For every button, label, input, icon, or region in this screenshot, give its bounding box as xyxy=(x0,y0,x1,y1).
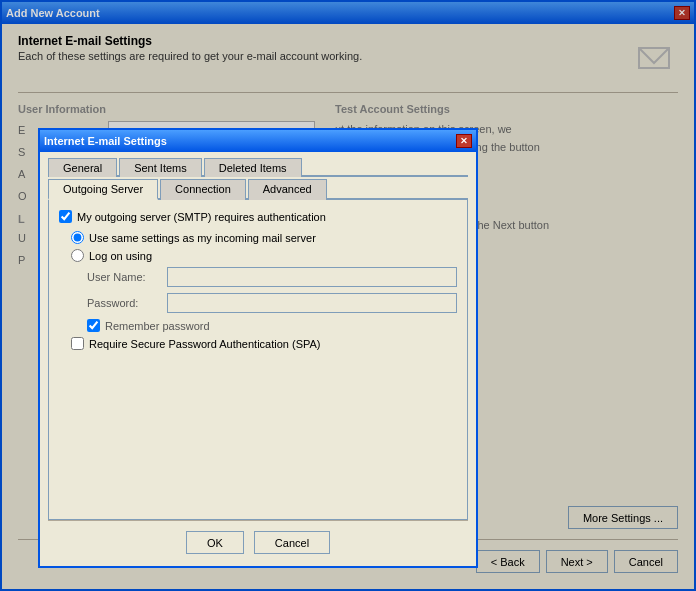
spa-checkbox[interactable] xyxy=(71,337,84,350)
smtp-auth-row: My outgoing server (SMTP) requires authe… xyxy=(59,210,457,223)
modal-title: Internet E-mail Settings xyxy=(44,135,454,147)
modal-titlebar: Internet E-mail Settings ✕ xyxy=(40,130,476,152)
remember-password-label: Remember password xyxy=(105,320,210,332)
modal-ok-button[interactable]: OK xyxy=(186,531,244,554)
password-field-group: Password: xyxy=(87,293,457,313)
spa-label: Require Secure Password Authentication (… xyxy=(89,338,321,350)
modal-content: General Sent Items Deleted Items Outgoin… xyxy=(40,152,476,566)
username-input[interactable] xyxy=(167,267,457,287)
password-input[interactable] xyxy=(167,293,457,313)
tabs-row-2: Outgoing Server Connection Advanced xyxy=(48,179,468,200)
log-on-row: Log on using xyxy=(71,249,457,262)
spa-row: Require Secure Password Authentication (… xyxy=(71,337,457,350)
tab-content: My outgoing server (SMTP) requires authe… xyxy=(48,200,468,520)
tab-deleted-items[interactable]: Deleted Items xyxy=(204,158,302,177)
same-settings-radio[interactable] xyxy=(71,231,84,244)
modal-window: Internet E-mail Settings ✕ General Sent … xyxy=(38,128,478,568)
modal-close-button[interactable]: ✕ xyxy=(456,134,472,148)
username-label: User Name: xyxy=(87,271,167,283)
tab-sent-items[interactable]: Sent Items xyxy=(119,158,202,177)
remember-password-checkbox[interactable] xyxy=(87,319,100,332)
username-field-group: User Name: xyxy=(87,267,457,287)
tab-general[interactable]: General xyxy=(48,158,117,177)
tab-outgoing-server[interactable]: Outgoing Server xyxy=(48,179,158,200)
same-settings-row: Use same settings as my incoming mail se… xyxy=(71,231,457,244)
password-label: Password: xyxy=(87,297,167,309)
log-on-radio[interactable] xyxy=(71,249,84,262)
smtp-auth-label: My outgoing server (SMTP) requires authe… xyxy=(77,211,326,223)
remember-password-row: Remember password xyxy=(87,319,457,332)
same-settings-label: Use same settings as my incoming mail se… xyxy=(89,232,316,244)
tab-advanced[interactable]: Advanced xyxy=(248,179,327,200)
log-on-label: Log on using xyxy=(89,250,152,262)
tab-connection[interactable]: Connection xyxy=(160,179,246,200)
modal-buttons: OK Cancel xyxy=(48,520,468,560)
tabs-row-1: General Sent Items Deleted Items xyxy=(48,158,468,177)
smtp-auth-checkbox[interactable] xyxy=(59,210,72,223)
modal-cancel-button[interactable]: Cancel xyxy=(254,531,330,554)
